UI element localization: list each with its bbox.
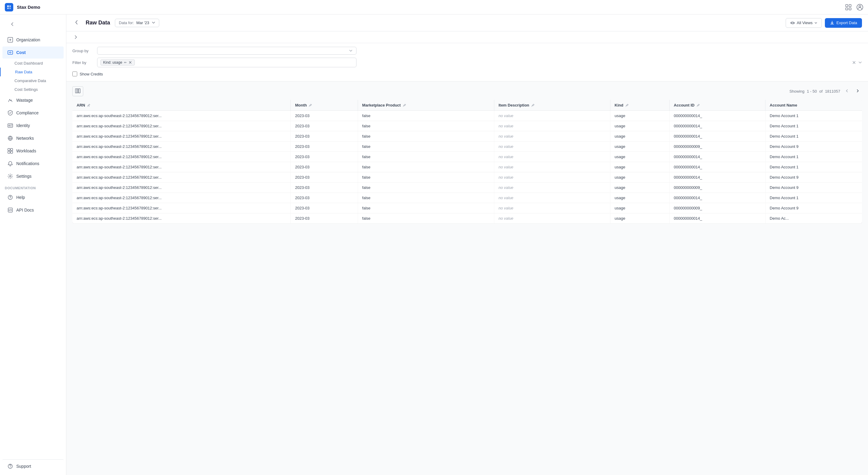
table-row: arn:aws:ecs:ap-southeast-2:123456789012:…	[72, 111, 862, 121]
sidebar-item-networks[interactable]: Networks	[2, 132, 64, 144]
svg-rect-6	[846, 8, 848, 10]
pin-icon[interactable]	[625, 103, 629, 107]
svg-rect-16	[10, 148, 13, 151]
api-docs-icon	[7, 207, 13, 213]
sidebar-item-compliance[interactable]: Compliance	[2, 107, 64, 119]
pin-icon[interactable]	[531, 103, 535, 107]
cell-item-desc: no value	[494, 111, 610, 121]
cell-arn: arn:aws:ecs:ap-southeast-2:123456789012:…	[72, 131, 291, 142]
sidebar-item-label: Identity	[16, 123, 30, 128]
sidebar-item-wastage[interactable]: Wastage	[2, 94, 64, 106]
group-by-row: Group by	[72, 47, 862, 55]
sidebar-item-settings[interactable]: Settings	[2, 170, 64, 182]
filter-edit-icon[interactable]: ✏	[124, 61, 127, 65]
showing-range: 1 - 50	[807, 89, 817, 94]
cell-marketplace: false	[358, 152, 494, 162]
sidebar-item-label: Networks	[16, 136, 34, 141]
svg-rect-1	[9, 5, 11, 7]
pin-icon[interactable]	[403, 103, 406, 107]
cell-month: 2023-03	[291, 131, 358, 142]
col-header-marketplace-product: Marketplace Product	[358, 100, 494, 111]
sidebar-subitem-raw-data[interactable]: Raw Data	[0, 68, 66, 76]
filter-tag-label: Kind: usage	[103, 60, 122, 65]
filter-remove-icon[interactable]: ✕	[128, 60, 132, 65]
content-area: Raw Data Data for: Mar '23 All Views Exp…	[66, 14, 868, 475]
pin-icon[interactable]	[696, 103, 700, 107]
cell-item-desc: no value	[494, 193, 610, 203]
filter-dropdown-icon[interactable]	[858, 61, 862, 64]
table-row: arn:aws:ecs:ap-southeast-2:123456789012:…	[72, 131, 862, 142]
svg-rect-7	[849, 8, 851, 10]
cell-marketplace: false	[358, 142, 494, 152]
table-row: arn:aws:ecs:ap-southeast-2:123456789012:…	[72, 172, 862, 183]
table-container: Showing 1 - 50 of 1811057	[66, 82, 868, 475]
cell-account-id: 000000000014_	[670, 213, 766, 224]
col-header-kind: Kind	[610, 100, 669, 111]
cell-account-name: Demo Account 1	[766, 162, 862, 172]
all-views-label: All Views	[797, 21, 813, 25]
pagination-prev-button[interactable]	[843, 88, 851, 95]
sidebar-item-support[interactable]: Support	[2, 459, 64, 472]
topbar: Stax Demo	[0, 0, 868, 14]
sidebar-item-api-docs[interactable]: API Docs	[2, 204, 64, 216]
sidebar-item-cost[interactable]: Cost	[2, 47, 64, 59]
pin-icon[interactable]	[309, 103, 312, 107]
cell-marketplace: false	[358, 121, 494, 131]
table-row: arn:aws:ecs:ap-southeast-2:123456789012:…	[72, 193, 862, 203]
collapse-icon	[10, 22, 15, 28]
cell-item-desc: no value	[494, 152, 610, 162]
sidebar-item-workloads[interactable]: Workloads	[2, 145, 64, 157]
sidebar-item-help[interactable]: Help	[2, 191, 64, 203]
cell-account-name: Demo Account 9	[766, 183, 862, 193]
sidebar-item-notifications[interactable]: Notifications	[2, 157, 64, 170]
sidebar-item-label: Help	[16, 195, 25, 200]
cell-month: 2023-03	[291, 172, 358, 183]
cell-account-name: Demo Account 9	[766, 203, 862, 213]
back-button[interactable]	[72, 18, 81, 27]
cell-kind: usage	[610, 152, 669, 162]
cell-month: 2023-03	[291, 193, 358, 203]
columns-toggle-button[interactable]	[72, 86, 83, 96]
sidebar-collapse-button[interactable]	[5, 19, 61, 31]
panel-toggle-button[interactable]	[72, 34, 79, 40]
all-views-button[interactable]: All Views	[786, 18, 822, 28]
cell-account-id: 000000000014_	[670, 172, 766, 183]
svg-rect-18	[10, 151, 13, 153]
sidebar: Organization Cost Cost Dashboard Raw Dat…	[0, 14, 66, 475]
table-row: arn:aws:ecs:ap-southeast-2:123456789012:…	[72, 121, 862, 131]
sidebar-item-identity[interactable]: Identity	[2, 119, 64, 131]
svg-point-19	[10, 176, 11, 177]
show-credits-checkbox[interactable]	[72, 71, 77, 76]
svg-rect-15	[8, 148, 10, 151]
data-for-label: Data for:	[119, 21, 134, 25]
topbar-actions	[845, 4, 863, 10]
col-header-month: Month	[291, 100, 358, 111]
table-row: arn:aws:ecs:ap-southeast-2:123456789012:…	[72, 203, 862, 213]
cell-month: 2023-03	[291, 213, 358, 224]
export-data-button[interactable]: Export Data	[825, 18, 862, 28]
filter-clear-icon[interactable]: ✕	[852, 60, 856, 65]
sidebar-item-organization[interactable]: Organization	[2, 34, 64, 46]
cell-item-desc: no value	[494, 131, 610, 142]
group-by-select[interactable]	[97, 47, 356, 55]
pagination-next-button[interactable]	[854, 88, 862, 95]
data-for-selector[interactable]: Data for: Mar '23	[115, 19, 159, 27]
cell-arn: arn:aws:ecs:ap-southeast-2:123456789012:…	[72, 152, 291, 162]
sidebar-subitem-comparative-data[interactable]: Comparative Data	[0, 76, 66, 85]
svg-rect-17	[8, 151, 10, 153]
cell-account-id: 000000000014_	[670, 152, 766, 162]
svg-rect-3	[9, 7, 11, 9]
pin-icon[interactable]	[87, 103, 91, 107]
cell-marketplace: false	[358, 183, 494, 193]
svg-point-24	[10, 468, 10, 468]
user-icon[interactable]	[857, 4, 863, 10]
header-actions: All Views Export Data	[786, 18, 862, 28]
dropdown-chevron-icon	[814, 22, 817, 25]
sidebar-subitem-cost-settings[interactable]: Cost Settings	[0, 85, 66, 94]
grid-icon[interactable]	[845, 4, 852, 10]
sidebar-item-label: API Docs	[16, 208, 34, 212]
wastage-icon	[7, 97, 13, 103]
cell-account-name: Demo Ac...	[766, 213, 862, 224]
sidebar-subitem-cost-dashboard[interactable]: Cost Dashboard	[0, 59, 66, 68]
cell-account-name: Demo Account 1	[766, 152, 862, 162]
